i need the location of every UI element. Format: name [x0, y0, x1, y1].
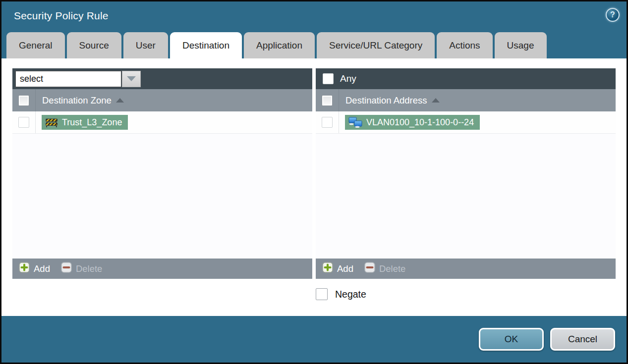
address-delete-button[interactable]: Delete: [364, 262, 405, 275]
zone-delete-label: Delete: [76, 263, 102, 274]
tab-user[interactable]: User: [123, 32, 168, 58]
zone-entry[interactable]: Trust_L3_Zone: [42, 115, 128, 130]
address-icon: [348, 117, 362, 128]
address-toolbar: Add Delete: [316, 259, 616, 279]
address-delete-label: Delete: [379, 263, 405, 274]
zone-select-bar: [12, 68, 312, 89]
any-bar: Any: [316, 68, 616, 89]
zone-add-label: Add: [34, 263, 50, 274]
delete-icon: [364, 262, 375, 275]
delete-icon: [61, 262, 72, 275]
title-bar: Security Policy Rule ?: [1, 1, 627, 30]
tab-application[interactable]: Application: [244, 32, 315, 58]
negate-option: Negate: [316, 288, 617, 300]
destination-address-panel: Any Destination Address: [316, 68, 616, 279]
any-checkbox[interactable]: [323, 73, 334, 84]
tab-destination[interactable]: Destination: [170, 32, 242, 58]
zone-select-dropdown-button[interactable]: [122, 71, 141, 87]
address-row-checkbox[interactable]: [322, 117, 333, 128]
zone-select-all-checkbox[interactable]: [18, 95, 29, 106]
table-row: Trust_L3_Zone: [12, 111, 312, 134]
ok-button[interactable]: OK: [479, 328, 544, 351]
zone-add-button[interactable]: Add: [19, 262, 50, 275]
zone-row-checkbox[interactable]: [18, 117, 29, 128]
tab-general[interactable]: General: [6, 32, 65, 58]
add-icon: [19, 262, 30, 275]
address-add-label: Add: [337, 263, 353, 274]
address-list: VLAN0100_10-1-100-0--24: [316, 111, 616, 259]
zone-toolbar: Add Delete: [12, 259, 312, 279]
zone-select-input[interactable]: [15, 71, 121, 87]
chevron-down-icon: [127, 76, 136, 81]
address-column-title[interactable]: Destination Address: [345, 95, 427, 106]
tab-bar: General Source User Destination Applicat…: [1, 30, 627, 58]
tab-source[interactable]: Source: [67, 32, 121, 58]
add-icon: [322, 262, 333, 275]
sort-ascending-icon[interactable]: [116, 98, 124, 103]
sort-ascending-icon[interactable]: [432, 98, 440, 103]
address-add-button[interactable]: Add: [322, 262, 353, 275]
tab-usage[interactable]: Usage: [495, 32, 547, 58]
destination-zone-panel: Destination Zone: [12, 68, 312, 279]
zone-list: Trust_L3_Zone: [12, 111, 312, 259]
negate-checkbox[interactable]: [316, 288, 328, 300]
address-select-all-checkbox[interactable]: [322, 95, 333, 106]
negate-label: Negate: [335, 289, 366, 300]
destination-tab-content: Destination Zone: [1, 58, 627, 316]
help-glyph: ?: [610, 10, 615, 19]
address-column-header: Destination Address: [316, 89, 616, 111]
tab-service-url-category[interactable]: Service/URL Category: [317, 32, 435, 58]
zone-column-header: Destination Zone: [12, 89, 312, 111]
help-icon[interactable]: ?: [606, 8, 620, 22]
tab-actions[interactable]: Actions: [437, 32, 492, 58]
address-entry[interactable]: VLAN0100_10-1-100-0--24: [345, 115, 480, 130]
zone-column-title[interactable]: Destination Zone: [42, 95, 112, 106]
dialog-title: Security Policy Rule: [14, 10, 109, 22]
security-policy-rule-dialog: Security Policy Rule ? General Source Us…: [0, 0, 628, 364]
cancel-button[interactable]: Cancel: [550, 328, 615, 351]
address-entry-label: VLAN0100_10-1-100-0--24: [366, 117, 474, 128]
dialog-footer: OK Cancel: [1, 316, 627, 363]
any-label: Any: [340, 73, 356, 84]
zone-icon: [45, 117, 58, 128]
zone-entry-label: Trust_L3_Zone: [62, 117, 122, 128]
table-row: VLAN0100_10-1-100-0--24: [316, 111, 616, 134]
zone-delete-button[interactable]: Delete: [61, 262, 102, 275]
